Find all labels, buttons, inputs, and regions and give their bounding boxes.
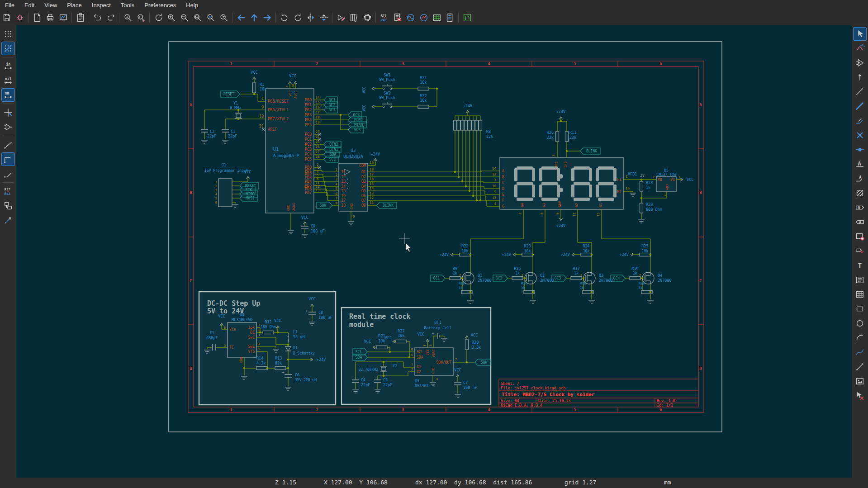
- hierarchical-sheet-button[interactable]: [853, 230, 867, 243]
- bezier-button[interactable]: [853, 346, 867, 359]
- menu-preferences[interactable]: Preferences: [139, 1, 181, 9]
- simulator-button[interactable]: [404, 11, 417, 24]
- zoom-selection-button[interactable]: [218, 11, 230, 24]
- schematic-text: 8: [258, 328, 260, 332]
- schematic-text: 2: [653, 175, 655, 179]
- sim-probe-button[interactable]: [417, 11, 430, 24]
- net-label-button[interactable]: A: [853, 157, 867, 171]
- toolbar-separator: [458, 13, 459, 23]
- nav-forward-button[interactable]: [261, 11, 273, 24]
- schematic-canvas[interactable]: 112233445566AABBCCDDSheet: /File: ivl257…: [16, 25, 852, 478]
- units-inches-button[interactable]: in: [1, 59, 15, 73]
- schematic-text: Q1: [478, 273, 482, 278]
- print-button[interactable]: [44, 11, 56, 24]
- hv-wires-button[interactable]: [1, 152, 15, 166]
- draw-bus-button[interactable]: [853, 99, 867, 113]
- menu-edit[interactable]: Edit: [19, 1, 39, 9]
- find-button[interactable]: A: [122, 11, 134, 24]
- draw-wire-button[interactable]: [853, 85, 867, 99]
- menu-view[interactable]: View: [39, 1, 62, 9]
- menu-tools[interactable]: Tools: [116, 1, 139, 9]
- global-label-button[interactable]: A: [853, 201, 867, 214]
- properties-panel-button[interactable]: [1, 213, 15, 227]
- footprint-assign-button[interactable]: [361, 11, 373, 24]
- menu-place[interactable]: Place: [62, 1, 87, 9]
- hidden-pins-button[interactable]: [1, 120, 15, 134]
- delete-button[interactable]: [853, 389, 867, 403]
- schematic-text: 16: [370, 177, 374, 181]
- highlight-net-button[interactable]: [853, 42, 867, 55]
- select-button[interactable]: [853, 27, 867, 41]
- arc-button[interactable]: [853, 331, 867, 345]
- schematic-text: R31: [420, 76, 427, 80]
- table-button[interactable]: [853, 288, 867, 301]
- find-replace-icon: AB: [136, 13, 146, 23]
- new-sheet-button[interactable]: [31, 11, 43, 24]
- open-pcb-editor-button[interactable]: [461, 11, 473, 24]
- text-button[interactable]: T: [853, 259, 867, 272]
- units-mils-button[interactable]: mil: [1, 74, 15, 87]
- symbol-library-button[interactable]: [348, 11, 360, 24]
- text-box-button[interactable]: [853, 273, 867, 287]
- schematic-text: SwE: [248, 345, 255, 349]
- zoom-in-button[interactable]: [165, 11, 177, 24]
- schematic-text: BT1: [434, 320, 441, 325]
- full-cursor-button[interactable]: [1, 106, 15, 119]
- line-tool-button[interactable]: [853, 360, 867, 374]
- schematic-text: VCC: [218, 314, 225, 318]
- menu-help[interactable]: Help: [181, 1, 203, 9]
- menu-inspect[interactable]: Inspect: [87, 1, 116, 9]
- rule-area-button[interactable]: [853, 186, 867, 200]
- undo-button[interactable]: [91, 11, 104, 24]
- plot-button[interactable]: [57, 11, 69, 24]
- nav-up-button[interactable]: [248, 11, 260, 24]
- show-grid-button[interactable]: [1, 27, 15, 41]
- schematic-text: 1k: [639, 286, 643, 290]
- erc-button[interactable]: [391, 11, 403, 24]
- auto-annotate-button[interactable]: R??R42: [1, 185, 15, 198]
- hierarchy-navigator-button[interactable]: [1, 199, 15, 213]
- open-pcb-editor-icon: [462, 13, 472, 23]
- image-button[interactable]: [853, 374, 867, 388]
- place-symbol-button[interactable]: [853, 56, 867, 70]
- refresh-button[interactable]: [152, 11, 164, 24]
- find-replace-button[interactable]: AB: [135, 11, 147, 24]
- rotate-ccw-button[interactable]: [278, 11, 290, 24]
- symbol-editor-button[interactable]: [335, 11, 347, 24]
- annotate-button[interactable]: R??R42: [378, 11, 390, 24]
- place-power-icon: [855, 72, 865, 82]
- 45deg-wires-button[interactable]: [1, 167, 15, 180]
- hierarchical-label-button[interactable]: A: [853, 215, 867, 229]
- circle-button[interactable]: [853, 317, 867, 330]
- save-button[interactable]: [0, 11, 13, 24]
- highlight-net-icon: [855, 43, 865, 53]
- right-toolbar: AAAAT: [852, 25, 868, 478]
- grid-overrides-button[interactable]: [1, 42, 15, 55]
- bom-button[interactable]: [444, 11, 456, 24]
- fields-table-button[interactable]: [431, 11, 443, 24]
- rectangle-button[interactable]: [853, 302, 867, 316]
- redo-button[interactable]: [104, 11, 117, 24]
- menu-file[interactable]: File: [0, 1, 19, 9]
- junction-tool-button[interactable]: [853, 143, 867, 156]
- units-mm-button[interactable]: mm: [1, 88, 15, 102]
- zoom-objects-button[interactable]: [204, 11, 217, 24]
- zoom-fit-button[interactable]: [191, 11, 204, 24]
- schematic-text: VI: [670, 178, 675, 182]
- nav-back-button[interactable]: [235, 11, 247, 24]
- schematic-setup-button[interactable]: [14, 11, 26, 24]
- no-connect-button[interactable]: [853, 128, 867, 142]
- bus-entry-button[interactable]: [853, 114, 867, 128]
- mirror-v-button[interactable]: [318, 11, 330, 24]
- place-power-button[interactable]: [853, 71, 867, 84]
- mirror-h-button[interactable]: [304, 11, 317, 24]
- sheet-pin-button[interactable]: [853, 244, 867, 258]
- rotate-cw-button[interactable]: [291, 11, 304, 24]
- schematic-text: 23: [315, 130, 319, 134]
- free-angle-wires-button[interactable]: [1, 138, 15, 152]
- zoom-out-button[interactable]: [178, 11, 190, 24]
- paste-button[interactable]: [74, 11, 86, 24]
- svg-text:GC1: GC1: [433, 276, 440, 280]
- netclass-directive-button[interactable]: A: [853, 172, 867, 185]
- zoom-out-icon: [180, 13, 190, 23]
